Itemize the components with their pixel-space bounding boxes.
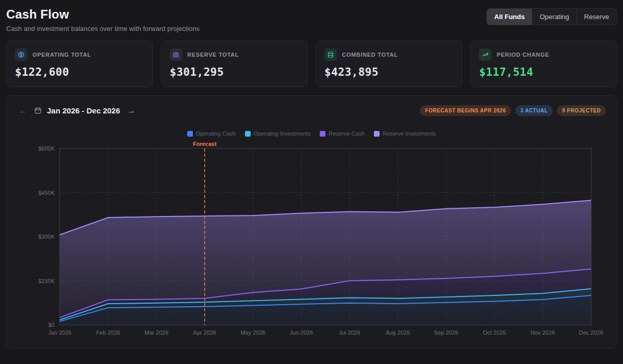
legend-item[interactable]: Reserve Investments bbox=[374, 130, 436, 137]
x-axis-tick: Nov 2026 bbox=[531, 329, 555, 336]
legend-swatch bbox=[187, 131, 193, 137]
stat-card-head: RESERVE TOTAL bbox=[170, 48, 299, 61]
badge: 3 ACTUAL bbox=[515, 105, 553, 116]
legend-swatch bbox=[374, 131, 380, 137]
stat-card-value: $122,600 bbox=[15, 66, 144, 78]
calendar-icon bbox=[34, 107, 42, 114]
x-axis-tick: Oct 2026 bbox=[483, 329, 506, 336]
legend-swatch bbox=[320, 131, 325, 137]
stat-card-value: $117,514 bbox=[479, 66, 608, 78]
plot-area[interactable]: $0$150K$300K$450K$600K Jan 2026Feb 2026M… bbox=[59, 148, 592, 325]
page-subtitle: Cash and investment balances over time w… bbox=[6, 25, 200, 32]
legend-label: Operating Investments bbox=[254, 130, 311, 137]
legend-label: Operating Cash bbox=[196, 130, 236, 137]
tab-reserve[interactable]: Reserve bbox=[577, 9, 616, 25]
page-title: Cash Flow bbox=[6, 7, 200, 22]
chart-panel-header: ← Jan 2026 - Dec 2026 → FORECAST BEGINS … bbox=[17, 105, 606, 116]
stat-card-head: COMBINED TOTAL bbox=[324, 48, 453, 61]
funds-tabs: All FundsOperatingReserve bbox=[486, 8, 617, 25]
x-axis-tick: Apr 2026 bbox=[193, 329, 217, 336]
chart-area: $0$150K$300K$450K$600K Jan 2026Feb 2026M… bbox=[17, 148, 606, 340]
x-axis-tick: Jul 2026 bbox=[339, 329, 360, 336]
legend-item[interactable]: Operating Cash bbox=[187, 130, 236, 137]
x-axis-tick: May 2026 bbox=[240, 329, 265, 336]
stat-card: PERIOD CHANGE$117,514 bbox=[470, 41, 617, 87]
legend-label: Reserve Investments bbox=[383, 130, 436, 137]
stack-icon bbox=[324, 48, 337, 61]
date-nav: ← Jan 2026 - Dec 2026 → bbox=[17, 105, 137, 116]
cash-flow-chart bbox=[60, 148, 591, 325]
x-axis-tick: Jun 2026 bbox=[290, 329, 313, 336]
x-axis-tick: Dec 2026 bbox=[579, 329, 603, 336]
stat-card-label: RESERVE TOTAL bbox=[187, 52, 239, 58]
badge: FORECAST BEGINS APR 2026 bbox=[420, 105, 511, 116]
prev-period-button[interactable]: ← bbox=[17, 105, 29, 116]
legend-item[interactable]: Reserve Cash bbox=[320, 130, 365, 137]
tab-operating[interactable]: Operating bbox=[532, 9, 576, 25]
stat-card-label: PERIOD CHANGE bbox=[497, 52, 549, 58]
date-range-label: Jan 2026 - Dec 2026 bbox=[47, 106, 120, 115]
x-axis-tick: Feb 2026 bbox=[96, 329, 120, 336]
bank-icon bbox=[170, 48, 182, 61]
x-axis-tick: Aug 2026 bbox=[386, 329, 410, 336]
stat-card-value: $423,895 bbox=[324, 66, 453, 78]
next-period-button[interactable]: → bbox=[125, 105, 137, 116]
stat-card-head: PERIOD CHANGE bbox=[479, 48, 608, 61]
x-axis-tick: Jan 2026 bbox=[48, 329, 71, 336]
forecast-line-label: Forecast bbox=[193, 141, 217, 147]
y-axis-tick: $300K bbox=[38, 234, 55, 240]
y-axis-tick: $450K bbox=[38, 190, 55, 196]
tab-all-funds[interactable]: All Funds bbox=[487, 9, 532, 25]
badges: FORECAST BEGINS APR 20263 ACTUAL9 PROJEC… bbox=[420, 105, 606, 116]
stat-card: OPERATING TOTAL$122,600 bbox=[6, 41, 153, 87]
x-axis-tick: Mar 2026 bbox=[144, 329, 168, 336]
trend-up-icon bbox=[479, 48, 491, 61]
legend-label: Reserve Cash bbox=[329, 130, 365, 137]
stat-cards: OPERATING TOTAL$122,600RESERVE TOTAL$301… bbox=[0, 32, 623, 87]
coins-icon bbox=[15, 48, 27, 61]
legend-swatch bbox=[245, 131, 251, 137]
stat-card: COMBINED TOTAL$423,895 bbox=[316, 41, 462, 87]
legend-item[interactable]: Operating Investments bbox=[245, 130, 311, 137]
chart-panel: ← Jan 2026 - Dec 2026 → FORECAST BEGINS … bbox=[6, 95, 617, 349]
stat-card: RESERVE TOTAL$301,295 bbox=[161, 41, 307, 87]
y-axis-tick: $600K bbox=[38, 145, 55, 152]
chart-legend: Operating CashOperating InvestmentsReser… bbox=[17, 130, 606, 137]
y-axis-tick: $150K bbox=[38, 278, 55, 284]
header: Cash Flow Cash and investment balances o… bbox=[0, 0, 623, 32]
badge: 9 PROJECTED bbox=[557, 105, 606, 116]
stat-card-head: OPERATING TOTAL bbox=[15, 48, 144, 61]
x-axis-tick: Sep 2026 bbox=[434, 329, 458, 336]
stat-card-value: $301,295 bbox=[170, 66, 299, 78]
stat-card-label: OPERATING TOTAL bbox=[32, 52, 91, 58]
y-axis-tick: $0 bbox=[48, 322, 55, 328]
stat-card-label: COMBINED TOTAL bbox=[342, 52, 398, 58]
page: Cash Flow Cash and investment balances o… bbox=[0, 0, 623, 349]
header-titles: Cash Flow Cash and investment balances o… bbox=[6, 7, 200, 32]
